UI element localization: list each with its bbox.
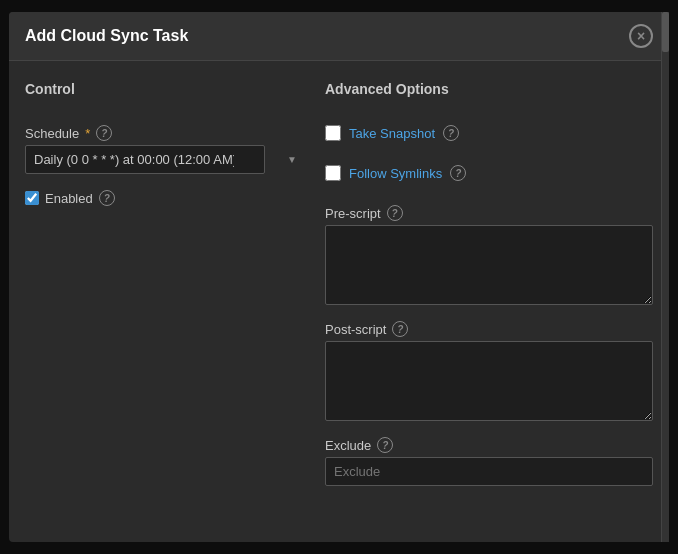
- schedule-label-row: Schedule * ?: [25, 125, 305, 141]
- enabled-label[interactable]: Enabled: [45, 191, 93, 206]
- left-panel: Control Schedule * ? Daily (0 0 * * *) a…: [25, 81, 305, 522]
- follow-symlinks-checkbox[interactable]: [325, 165, 341, 181]
- dropdown-arrow-icon: ▼: [287, 154, 297, 165]
- enabled-help-icon[interactable]: ?: [99, 190, 115, 206]
- close-button[interactable]: ×: [629, 24, 653, 48]
- modal-header: Add Cloud Sync Task ×: [9, 12, 669, 61]
- pre-script-textarea[interactable]: [325, 225, 653, 305]
- scrollbar[interactable]: [661, 12, 669, 542]
- pre-script-help-icon[interactable]: ?: [387, 205, 403, 221]
- schedule-group: Schedule * ? Daily (0 0 * * *) at 00:00 …: [25, 125, 305, 174]
- exclude-group: Exclude ?: [325, 437, 653, 486]
- post-script-textarea[interactable]: [325, 341, 653, 421]
- take-snapshot-label: Take Snapshot: [349, 126, 435, 141]
- follow-symlinks-label: Follow Symlinks: [349, 166, 442, 181]
- post-script-help-icon[interactable]: ?: [392, 321, 408, 337]
- modal-container: Add Cloud Sync Task × Control Schedule *…: [9, 12, 669, 542]
- modal-body: Control Schedule * ? Daily (0 0 * * *) a…: [9, 61, 669, 542]
- modal-title: Add Cloud Sync Task: [25, 27, 188, 45]
- follow-symlinks-help-icon[interactable]: ?: [450, 165, 466, 181]
- control-section-title: Control: [25, 81, 305, 97]
- exclude-input[interactable]: [325, 457, 653, 486]
- schedule-required: *: [85, 126, 90, 141]
- take-snapshot-row: Take Snapshot ?: [325, 125, 653, 141]
- scrollbar-thumb: [662, 12, 669, 52]
- pre-script-label-row: Pre-script ?: [325, 205, 653, 221]
- schedule-select[interactable]: Daily (0 0 * * *) at 00:00 (12:00 AM): [25, 145, 265, 174]
- post-script-group: Post-script ?: [325, 321, 653, 421]
- schedule-select-wrapper: Daily (0 0 * * *) at 00:00 (12:00 AM) ▼: [25, 145, 305, 174]
- advanced-section-title: Advanced Options: [325, 81, 653, 97]
- post-script-label-row: Post-script ?: [325, 321, 653, 337]
- exclude-label: Exclude: [325, 438, 371, 453]
- schedule-help-icon[interactable]: ?: [96, 125, 112, 141]
- take-snapshot-help-icon[interactable]: ?: [443, 125, 459, 141]
- exclude-help-icon[interactable]: ?: [377, 437, 393, 453]
- pre-script-label: Pre-script: [325, 206, 381, 221]
- enabled-checkbox[interactable]: [25, 191, 39, 205]
- modal-overlay: Add Cloud Sync Task × Control Schedule *…: [0, 0, 678, 554]
- schedule-label: Schedule: [25, 126, 79, 141]
- right-panel: Advanced Options Take Snapshot ? Follow …: [325, 81, 653, 522]
- exclude-label-row: Exclude ?: [325, 437, 653, 453]
- pre-script-group: Pre-script ?: [325, 205, 653, 305]
- take-snapshot-checkbox[interactable]: [325, 125, 341, 141]
- follow-symlinks-row: Follow Symlinks ?: [325, 165, 653, 181]
- enabled-group: Enabled ?: [25, 190, 305, 206]
- post-script-label: Post-script: [325, 322, 386, 337]
